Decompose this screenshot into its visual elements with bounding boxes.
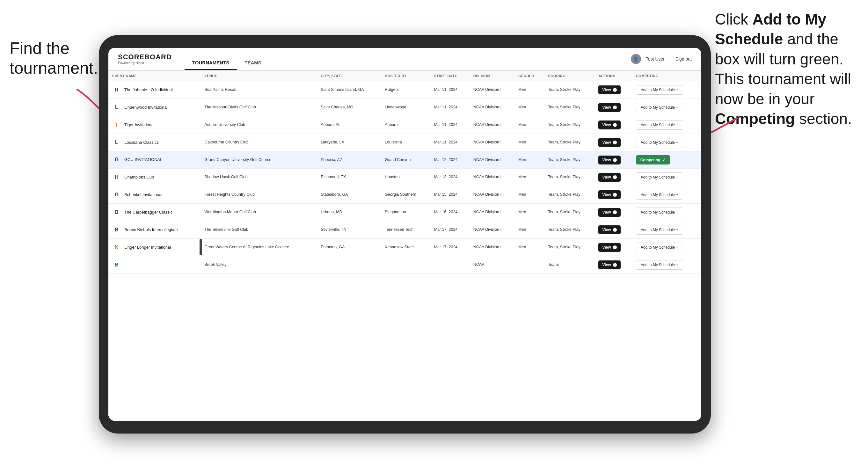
table-row: B Bobby Nichols Intercollegiate The Sevi…: [108, 221, 701, 239]
team-logo: L: [112, 138, 121, 147]
sign-out-link[interactable]: Sign out: [676, 56, 692, 62]
add-to-schedule-button[interactable]: Add to My Schedule +: [636, 85, 683, 95]
tournaments-table-container[interactable]: EVENT NAME VENUE CITY, STATE HOSTED BY S…: [108, 71, 701, 421]
add-to-schedule-button[interactable]: Add to My Schedule +: [636, 260, 683, 270]
add-plus-icon: +: [676, 192, 678, 197]
nav-tab-tournaments[interactable]: TOURNAMENTS: [185, 56, 237, 70]
add-to-schedule-button[interactable]: Add to My Schedule +: [636, 243, 683, 252]
competing-cell: Add to My Schedule +: [632, 256, 701, 274]
division-cell: NCAA Division I: [469, 151, 515, 168]
add-schedule-label: Add to My Schedule: [641, 210, 675, 215]
play-icon: ▶: [613, 263, 617, 267]
table-row: K Linger Longer Invitational Great Water…: [108, 239, 701, 256]
add-to-schedule-button[interactable]: Add to My Schedule +: [636, 190, 683, 199]
col-start-date: START DATE: [430, 71, 469, 81]
venue-cell: Sea Palms Resort: [200, 81, 317, 99]
view-button[interactable]: View ▶: [598, 86, 620, 94]
view-button[interactable]: View ▶: [598, 190, 620, 199]
event-name-text: GCU INVITATIONAL: [124, 157, 162, 162]
event-name-cell: L Lindenwood Invitational: [108, 99, 200, 116]
event-name-text: Schenkel Invitational: [124, 192, 162, 198]
division-cell: NCAA Division I: [469, 221, 515, 239]
table-row: G GCU INVITATIONAL Grand Canyon Universi…: [108, 151, 701, 168]
event-name-text: Tiger Invitational: [124, 122, 155, 128]
event-name-cell: G GCU INVITATIONAL: [108, 151, 200, 168]
add-to-schedule-button[interactable]: Add to My Schedule +: [636, 120, 683, 130]
view-button[interactable]: View ▶: [598, 156, 620, 164]
gender-cell: Men: [515, 81, 544, 99]
actions-cell: View ▶: [594, 256, 632, 274]
gender-cell: Men: [515, 186, 544, 204]
table-row: H Champions Cup Shadow Hawk Golf ClubRic…: [108, 168, 701, 186]
add-to-schedule-button[interactable]: Add to My Schedule +: [636, 208, 683, 217]
event-name-cell: K Linger Longer Invitational: [108, 239, 200, 256]
hosted-by-cell: Lindenwood: [381, 99, 430, 116]
venue-cell: Oakbourne Country Club: [200, 134, 317, 151]
view-button[interactable]: View ▶: [598, 103, 620, 112]
nav-tabs: TOURNAMENTS TEAMS: [185, 48, 631, 70]
team-logo: G: [112, 156, 121, 164]
app-logo: SCOREBOARD: [118, 54, 172, 61]
actions-cell: View ▶: [594, 239, 632, 256]
competing-button[interactable]: Competing ✓: [636, 155, 670, 164]
team-logo: K: [112, 243, 121, 252]
gender-cell: Men: [515, 134, 544, 151]
app-header: SCOREBOARD Powered by clippd TOURNAMENTS…: [108, 48, 701, 71]
venue-cell: The Missouri Bluffs Golf Club: [200, 99, 317, 116]
city-state-cell: Statesboro, GA: [317, 186, 381, 204]
view-button[interactable]: View ▶: [598, 138, 620, 147]
user-avatar: 👤: [631, 54, 641, 64]
play-icon: ▶: [613, 141, 617, 145]
play-icon: ▶: [613, 105, 617, 110]
city-state-cell: Richmond, TX: [317, 168, 381, 186]
competing-cell: Add to My Schedule +: [632, 99, 701, 116]
actions-cell: View ▶: [594, 204, 632, 221]
view-button[interactable]: View ▶: [598, 121, 620, 129]
actions-cell: View ▶: [594, 151, 632, 168]
table-row: G Schenkel Invitational Forest Heights C…: [108, 186, 701, 204]
add-to-schedule-button[interactable]: Add to My Schedule +: [636, 173, 683, 182]
view-button[interactable]: View ▶: [598, 243, 620, 252]
add-to-schedule-button[interactable]: Add to My Schedule +: [636, 103, 683, 112]
venue-cell: Auburn University Club: [200, 116, 317, 134]
add-to-schedule-button[interactable]: Add to My Schedule +: [636, 138, 683, 147]
nav-tab-teams[interactable]: TEAMS: [237, 56, 269, 70]
city-state-cell: Phoenix, AZ: [317, 151, 381, 168]
user-name-label: Test User: [646, 56, 664, 62]
gender-cell: [515, 256, 544, 274]
start-date-cell: Mar 11, 2024: [430, 99, 469, 116]
event-name-cell: B The Carpetbagger Classic: [108, 204, 200, 221]
play-icon: ▶: [613, 228, 617, 232]
add-plus-icon: +: [676, 245, 678, 250]
event-name-cell: R The Johnnie - O Individual: [108, 81, 200, 99]
competing-cell: Add to My Schedule +: [632, 168, 701, 186]
add-schedule-label: Add to My Schedule: [641, 105, 675, 110]
start-date-cell: Mar 17, 2024: [430, 239, 469, 256]
scoring-cell: Team, Stroke Play: [544, 239, 594, 256]
actions-cell: View ▶: [594, 81, 632, 99]
add-schedule-label: Add to My Schedule: [641, 227, 675, 232]
start-date-cell: Mar 11, 2024: [430, 116, 469, 134]
play-icon: ▶: [613, 193, 617, 197]
gender-cell: Men: [515, 99, 544, 116]
competing-cell: Add to My Schedule +: [632, 81, 701, 99]
city-state-cell: [317, 256, 381, 274]
hosted-by-cell: Houston: [381, 168, 430, 186]
view-button[interactable]: View ▶: [598, 225, 620, 234]
add-to-schedule-button[interactable]: Add to My Schedule +: [636, 225, 683, 235]
play-icon: ▶: [613, 88, 617, 92]
view-button[interactable]: View ▶: [598, 173, 620, 182]
gender-cell: Men: [515, 116, 544, 134]
division-cell: NCAA Division I: [469, 168, 515, 186]
division-cell: NCAA Division I: [469, 81, 515, 99]
competing-cell: Add to My Schedule +: [632, 116, 701, 134]
header-right: 👤 Test User | Sign out: [631, 54, 692, 64]
view-button[interactable]: View ▶: [598, 208, 620, 217]
hosted-by-cell: Louisiana: [381, 134, 430, 151]
scoring-cell: Team, Stroke Play: [544, 116, 594, 134]
hosted-by-cell: Georgia Southern: [381, 186, 430, 204]
division-cell: NCAA Division I: [469, 204, 515, 221]
event-name-cell: B: [108, 256, 200, 274]
view-button[interactable]: View ▶: [598, 260, 620, 269]
hosted-by-cell: Binghamton: [381, 204, 430, 221]
